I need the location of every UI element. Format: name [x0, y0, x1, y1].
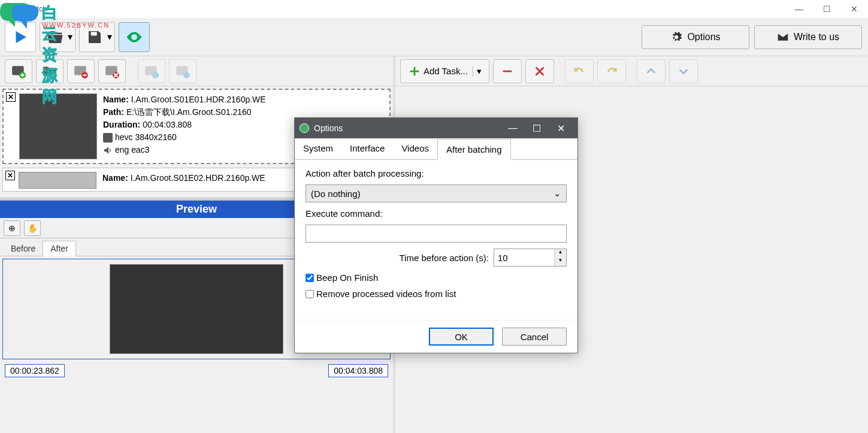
- options-dialog: Options — ☐ ✕ System Interface Videos Af…: [294, 117, 578, 353]
- pan-button[interactable]: ✋: [24, 220, 41, 236]
- tab-before[interactable]: Before: [4, 241, 43, 256]
- add-folder-button[interactable]: [36, 59, 63, 83]
- execute-command-input[interactable]: [306, 225, 567, 243]
- mail-icon: [777, 31, 789, 43]
- minimize-button[interactable]: —: [785, 0, 813, 18]
- move-up-task-button: [637, 59, 666, 83]
- remove-file-button[interactable]: [67, 59, 95, 83]
- beep-label: Beep On Finish: [316, 272, 378, 283]
- video-name: I.Am.Groot.S01E01.HDR.2160p.WE: [131, 93, 266, 106]
- action-value: (Do nothing): [311, 189, 361, 199]
- svg-point-8: [152, 72, 159, 78]
- time-spinner[interactable]: ▲▼: [494, 249, 567, 267]
- dialog-close-button[interactable]: ✕: [549, 118, 573, 138]
- time-end: 00:04:03.808: [328, 364, 388, 377]
- clear-icon: [104, 63, 120, 79]
- add-task-label: Add Task...: [424, 66, 468, 76]
- eye-icon: [125, 28, 143, 46]
- dialog-title: Options: [314, 123, 343, 133]
- move-down-task-button: [669, 59, 698, 83]
- spin-down[interactable]: ▼: [555, 258, 566, 266]
- clear-list-button[interactable]: [98, 59, 126, 83]
- remove-processed-checkbox[interactable]: Remove processed videos from list: [306, 289, 567, 299]
- open-button[interactable]: ▾: [40, 22, 75, 52]
- execute-label: Execute command:: [306, 208, 567, 219]
- folder-open-icon: [46, 28, 64, 46]
- preview-toggle-button[interactable]: [119, 22, 150, 52]
- options-button[interactable]: Options: [642, 25, 749, 49]
- remove-label: Remove processed videos from list: [316, 289, 456, 299]
- video-path: E:\迅雷下载\I.Am.Groot.S01.2160: [126, 106, 252, 119]
- redo-icon: [605, 65, 618, 78]
- save-icon: [86, 28, 104, 46]
- write-to-us-button[interactable]: Write to us: [754, 25, 862, 49]
- time-start: 00:00:23.862: [5, 364, 65, 377]
- options-label: Options: [687, 32, 720, 43]
- spin-up[interactable]: ▲: [555, 249, 566, 258]
- image-down-icon: [175, 63, 190, 79]
- undo-button: [565, 59, 594, 83]
- write-to-us-label: Write to us: [794, 32, 839, 43]
- dialog-minimize-button[interactable]: —: [501, 118, 525, 138]
- play-icon: [11, 28, 29, 46]
- image-up-icon: [144, 63, 159, 79]
- tab-after[interactable]: After: [43, 241, 76, 256]
- x-icon: [533, 65, 546, 78]
- remove-task-button[interactable]: [493, 59, 522, 83]
- action-select[interactable]: (Do nothing) ⌄: [306, 184, 567, 202]
- video-thumbnail: [19, 93, 97, 159]
- tab-after-batching[interactable]: After batching: [437, 139, 511, 160]
- dialog-icon: [300, 123, 309, 133]
- time-input[interactable]: [494, 249, 554, 266]
- save-button[interactable]: ▾: [79, 22, 115, 52]
- caret-down-icon: ▾: [107, 31, 112, 43]
- titlebar: VidBatch — ☐ ✕: [0, 0, 868, 18]
- chevron-up-icon: [645, 65, 658, 78]
- video-audio: eng eac3: [115, 144, 150, 156]
- close-button[interactable]: ✕: [840, 0, 868, 18]
- name-label: Name:: [103, 93, 129, 106]
- video-thumbnail: [19, 172, 96, 189]
- speaker-icon: [103, 146, 113, 155]
- tab-videos[interactable]: Videos: [393, 138, 437, 159]
- delete-task-button[interactable]: [525, 59, 554, 83]
- svg-rect-11: [103, 133, 113, 143]
- video-codec: hevc 3840x2160: [115, 131, 177, 144]
- time-label: Time before action (s):: [400, 253, 489, 263]
- caret-down-icon: ▾: [68, 31, 72, 43]
- remove-item-button[interactable]: ✕: [5, 171, 15, 180]
- zoom-fit-button[interactable]: ⊕: [4, 220, 20, 236]
- app-icon: [5, 4, 14, 14]
- beep-checkbox[interactable]: Beep On Finish: [306, 272, 567, 283]
- tab-interface[interactable]: Interface: [341, 138, 393, 159]
- move-up-button: [138, 59, 165, 83]
- video-name: I.Am.Groot.S01E02.HDR.2160p.WE: [131, 172, 265, 184]
- file-toolbar: [0, 56, 393, 86]
- move-down-button: [169, 59, 196, 83]
- plus-icon: [408, 65, 421, 78]
- tab-system[interactable]: System: [295, 138, 341, 159]
- path-label: Path:: [103, 106, 124, 119]
- duration-label: Duration:: [103, 119, 140, 131]
- window-title: VidBatch: [18, 5, 47, 13]
- ok-button[interactable]: OK: [429, 328, 494, 346]
- main-toolbar: ▾ ▾ Options Write to us: [0, 18, 868, 56]
- play-button[interactable]: [5, 22, 36, 52]
- gear-icon: [670, 31, 682, 43]
- film-icon: [103, 133, 113, 143]
- action-label: Action after batch processing:: [306, 168, 567, 178]
- redo-button: [597, 59, 626, 83]
- name-label: Name:: [102, 172, 128, 184]
- chevron-down-icon: ⌄: [554, 188, 561, 199]
- minus-icon: [501, 65, 514, 78]
- remove-item-button[interactable]: ✕: [6, 92, 16, 102]
- cancel-button[interactable]: Cancel: [502, 328, 567, 346]
- maximize-button[interactable]: ☐: [813, 0, 840, 18]
- dialog-titlebar[interactable]: Options — ☐ ✕: [295, 118, 577, 138]
- add-file-button[interactable]: [5, 59, 32, 83]
- dialog-maximize-button[interactable]: ☐: [525, 118, 549, 138]
- chevron-down-icon: [677, 65, 690, 78]
- video-duration: 00:04:03.808: [143, 119, 192, 131]
- preview-image: [110, 264, 283, 354]
- add-task-button[interactable]: Add Task... ▾: [400, 59, 489, 83]
